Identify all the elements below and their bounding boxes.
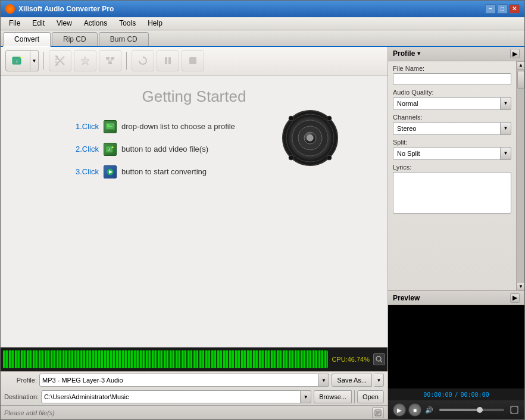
- stop-button[interactable]: [182, 50, 204, 71]
- fullscreen-button[interactable]: [509, 405, 520, 415]
- add-file-dropdown[interactable]: ▼: [30, 50, 39, 71]
- content-area: Getting Started 1.Click drop-down list t…: [1, 76, 388, 347]
- channels-wrapper: Stereo ▼: [393, 122, 511, 135]
- open-button[interactable]: Open: [357, 390, 384, 403]
- volume-thumb[interactable]: [477, 407, 483, 413]
- menu-view[interactable]: View: [51, 18, 78, 29]
- channels-value[interactable]: Stereo: [393, 122, 501, 135]
- channels-label: Channels:: [393, 114, 511, 121]
- scroll-thumb[interactable]: [517, 71, 524, 89]
- audio-quality-value[interactable]: Normal: [393, 97, 501, 110]
- log-button[interactable]: [372, 408, 384, 418]
- save-as-button[interactable]: Save As...: [332, 374, 372, 387]
- profile-scrollbar: ▲ ▼: [516, 61, 524, 290]
- file-name-input[interactable]: [393, 73, 511, 85]
- svg-rect-8: [106, 57, 110, 59]
- destination-row: Destination: C:\Users\Administrator\Musi…: [1, 388, 388, 405]
- scroll-up-button[interactable]: ▲: [517, 61, 524, 70]
- merge-icon: [105, 55, 115, 66]
- menu-edit[interactable]: Edit: [26, 18, 51, 29]
- window-controls: − □ ✕: [485, 4, 520, 14]
- preview-header: Preview ▶: [388, 291, 524, 305]
- expand-arrow-icon: ▶: [512, 51, 517, 57]
- scroll-down-button[interactable]: ▼: [517, 282, 524, 290]
- svg-rect-10: [108, 62, 112, 64]
- profile-expand-button[interactable]: ▶: [510, 49, 520, 58]
- add-file-group: ♪ + ▼: [5, 50, 39, 71]
- preview-expand-button[interactable]: ▶: [510, 293, 520, 303]
- audio-quality-label: Audio Quality:: [393, 89, 511, 96]
- svg-text:+: +: [20, 55, 23, 61]
- pause-icon: [162, 55, 173, 66]
- menu-tools[interactable]: Tools: [113, 18, 142, 29]
- svg-text:♪: ♪: [15, 58, 18, 64]
- profile-dropdown-icon: ▼: [416, 51, 421, 57]
- preview-title: Preview: [393, 294, 420, 302]
- toolbar-separator-2: [126, 52, 127, 70]
- add-file-icon: ♪ +: [11, 55, 24, 67]
- profile-dropdown-arrow[interactable]: ▼: [318, 374, 329, 387]
- profile-properties: File Name: Audio Quality: Normal ▼ Chann…: [388, 61, 516, 290]
- refresh-button[interactable]: [132, 50, 154, 71]
- favorite-button[interactable]: [74, 50, 96, 71]
- preview-time-display: 00:00:00 / 00:00:00: [388, 388, 524, 400]
- app-icon: [5, 4, 15, 14]
- main-layout: ♪ + ▼: [1, 47, 524, 419]
- destination-value[interactable]: C:\Users\Administrator\Music: [41, 390, 301, 403]
- svg-rect-15: [168, 57, 171, 64]
- profile-props-inner: File Name: Audio Quality: Normal ▼ Chann…: [388, 61, 516, 221]
- play-button[interactable]: ▶: [393, 403, 406, 416]
- split-wrapper: No Split ▼: [393, 147, 511, 160]
- tab-burn-cd[interactable]: Burn CD: [99, 32, 149, 46]
- channels-dropdown[interactable]: ▼: [501, 122, 511, 135]
- step-2-num: 2.Click: [63, 145, 99, 153]
- toolbar-separator-1: [43, 52, 44, 70]
- stop-preview-button[interactable]: ■: [408, 403, 421, 416]
- svg-point-36: [376, 356, 381, 361]
- browse-button[interactable]: Browse...: [314, 390, 352, 403]
- profile-row: Profile: MP3 - MPEG Layer-3 Audio ▼ Save…: [1, 372, 388, 388]
- tab-convert[interactable]: Convert: [3, 32, 51, 47]
- svg-point-35: [327, 155, 332, 160]
- toolbar: ♪ + ▼: [1, 47, 388, 76]
- audio-quality-dropdown[interactable]: ▼: [501, 97, 511, 110]
- save-arrow-icon: ▼: [377, 378, 382, 383]
- status-bar: Please add file(s): [1, 405, 388, 419]
- preview-controls: ▶ ■ 🔊: [388, 400, 524, 419]
- preview-expand-icon: ▶: [512, 294, 517, 301]
- left-panel: ♪ + ▼: [1, 47, 388, 419]
- add-file-button[interactable]: ♪ +: [5, 50, 30, 71]
- cut-button[interactable]: [49, 50, 71, 71]
- volume-icon: 🔊: [425, 406, 433, 414]
- title-bar: Xilisoft Audio Converter Pro − □ ✕: [1, 1, 524, 17]
- destination-dropdown-arrow[interactable]: ▼: [301, 390, 311, 403]
- stop-icon: ■: [413, 407, 417, 413]
- tab-rip-cd[interactable]: Rip CD: [52, 32, 98, 46]
- menu-bar: File Edit View Actions Tools Help: [1, 17, 524, 30]
- waveform-display: [3, 350, 328, 368]
- split-dropdown[interactable]: ▼: [501, 147, 511, 160]
- minimize-button[interactable]: −: [485, 4, 496, 14]
- close-button[interactable]: ✕: [509, 4, 520, 14]
- save-as-dropdown[interactable]: ▼: [374, 374, 384, 387]
- stop-icon: [188, 55, 198, 66]
- profile-value[interactable]: MP3 - MPEG Layer-3 Audio: [39, 374, 318, 387]
- menu-actions[interactable]: Actions: [78, 18, 113, 29]
- pause-button[interactable]: [157, 50, 179, 71]
- volume-slider[interactable]: [439, 409, 504, 411]
- svg-rect-9: [111, 57, 114, 59]
- status-text: Please add file(s): [4, 409, 372, 416]
- zoom-button[interactable]: [373, 353, 385, 365]
- merge-button[interactable]: [99, 50, 121, 71]
- menu-file[interactable]: File: [3, 18, 26, 29]
- dest-chevron-icon: ▼: [304, 394, 308, 400]
- speaker-svg: [280, 105, 340, 171]
- lyrics-textarea[interactable]: [393, 172, 511, 214]
- restore-button[interactable]: □: [497, 4, 508, 14]
- split-value[interactable]: No Split: [393, 147, 501, 160]
- step-3-text: button to start converting: [121, 167, 207, 176]
- menu-help[interactable]: Help: [142, 18, 168, 29]
- right-panel: Profile ▼ ▶ File Name: Audio Quality:: [388, 47, 524, 419]
- step-1-num: 1.Click: [63, 122, 99, 131]
- lyrics-label: Lyrics:: [393, 164, 511, 171]
